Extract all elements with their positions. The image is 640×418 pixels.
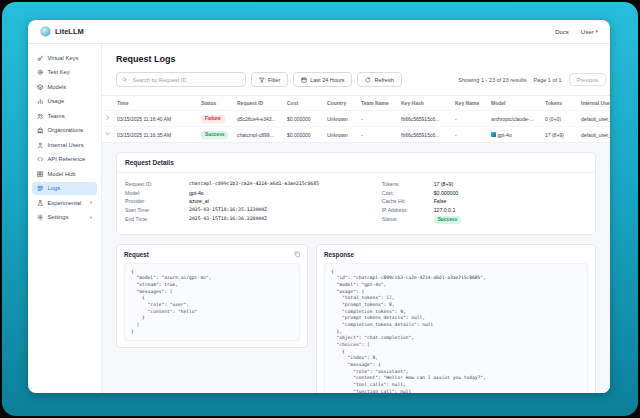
- main-content: Request Logs Filter Last 24 Hours: [102, 44, 610, 393]
- expanded-row-detail: Request Details Request ID:chatcmpl-c899…: [102, 142, 610, 393]
- sidebar-item-teams[interactable]: Teams: [32, 109, 97, 123]
- logs-icon: [37, 185, 44, 192]
- sidebar-item-model-hub[interactable]: Model Hub: [32, 167, 97, 181]
- test-key-icon: [37, 69, 44, 76]
- status-badge: Failure: [201, 115, 225, 123]
- grid-icon: [37, 171, 44, 178]
- azure-provider-icon: [491, 132, 496, 137]
- previous-page-button[interactable]: Previous: [569, 73, 606, 86]
- key-icon: [37, 55, 44, 62]
- gear-icon: [37, 214, 44, 221]
- brand-name: LiteLLM: [55, 27, 84, 36]
- detail-cost: $0.000000: [434, 190, 459, 196]
- col-header-cost: Cost: [284, 96, 324, 111]
- detail-ip-address: 127.0.0.1: [434, 207, 456, 213]
- col-header-key-name: Key Name: [452, 96, 488, 111]
- docs-link[interactable]: Docs: [555, 29, 569, 35]
- response-panel-title: Response: [324, 251, 354, 258]
- cube-icon: [37, 84, 44, 91]
- chevron-down-icon: ▾: [90, 215, 92, 220]
- request-json: { "model": "azure_ai/gpt-4o", "stream": …: [124, 263, 300, 342]
- detail-request-id: chatcmpl-c899c1b3-ca2e-4214-a6d1-a3ae215…: [189, 181, 319, 187]
- litellm-logo-icon: [40, 26, 51, 37]
- detail-end-time: 2025-03-15T18:16:36.228000Z: [189, 216, 267, 222]
- teams-icon: [37, 113, 44, 120]
- detail-cache-hit: False: [434, 198, 447, 204]
- sidebar-item-internal-users[interactable]: Internal Users: [32, 138, 97, 152]
- calendar-icon: [301, 77, 307, 83]
- search-input[interactable]: [131, 76, 240, 84]
- col-header-team-name: Team Name: [358, 96, 398, 111]
- user-menu[interactable]: User ▾: [581, 29, 598, 35]
- sidebar-item-models[interactable]: Models: [32, 80, 97, 94]
- col-header-country: Country: [324, 96, 358, 111]
- copy-icon[interactable]: [294, 251, 301, 258]
- app-window: LiteLLM Docs User ▾ Virtual Keys Test K: [28, 20, 610, 393]
- time-range-button[interactable]: Last 24 Hours: [293, 72, 352, 87]
- request-details-card: Request Details Request ID:chatcmpl-c899…: [116, 152, 596, 235]
- sidebar-item-logs[interactable]: Logs: [32, 182, 97, 196]
- col-header-model: Model: [488, 96, 542, 111]
- col-header-request-id: Request ID: [234, 96, 284, 111]
- status-badge: Success: [201, 131, 228, 139]
- col-header-internal-user: Internal User: [578, 96, 610, 111]
- building-icon: [37, 127, 44, 134]
- top-navbar: LiteLLM Docs User ▾: [28, 20, 610, 44]
- results-count: Showing 1 - 23 of 23 results: [458, 77, 526, 83]
- toolbar: Filter Last 24 Hours Refresh Showing 1 -…: [102, 72, 610, 95]
- chevron-right-icon: [105, 115, 111, 121]
- sidebar-item-settings[interactable]: Settings ▾: [32, 211, 97, 225]
- chevron-down-icon: [105, 131, 111, 137]
- detail-tokens: 17 (8+9): [434, 181, 453, 187]
- sidebar-item-experimental[interactable]: Experimental ▾: [32, 196, 97, 210]
- request-panel: Request { "model": "azure_ai/gpt-4o", "s…: [116, 244, 308, 349]
- code-icon: [37, 156, 44, 163]
- col-header-time: Time: [114, 96, 198, 111]
- table-header-row: Time Status Request ID Cost Country Team…: [102, 96, 610, 111]
- filter-button[interactable]: Filter: [251, 72, 288, 87]
- brand: LiteLLM: [40, 26, 84, 37]
- col-header-tokens: Tokens: [542, 96, 578, 111]
- detail-start-time: 2025-03-15T18:16:35.123000Z: [189, 207, 267, 213]
- table-row[interactable]: 03/15/2025 11:16:35 AM Success chatcmpl-…: [102, 127, 610, 143]
- sidebar: Virtual Keys Test Key Models Usage Teams: [28, 44, 102, 393]
- detail-model: gpt-4o: [189, 190, 204, 196]
- table-row[interactable]: 03/15/2025 11:16:40 AM Failure d5c26ce4-…: [102, 111, 610, 127]
- row-expander[interactable]: [102, 111, 114, 127]
- sidebar-item-usage[interactable]: Usage: [32, 95, 97, 109]
- bar-chart-icon: [37, 98, 44, 105]
- page-title: Request Logs: [116, 54, 610, 64]
- search-icon: [122, 77, 128, 83]
- detail-provider: azure_ai: [189, 198, 209, 204]
- refresh-button[interactable]: Refresh: [357, 72, 401, 87]
- request-details-title: Request Details: [117, 153, 595, 173]
- sidebar-item-api-reference[interactable]: API Reference: [32, 153, 97, 167]
- page-indicator: Page 1 of 1: [533, 77, 561, 83]
- chevron-down-icon: ▾: [90, 200, 92, 205]
- response-panel: Response { "id": "chatcmpl-c899c1b3-ca2e…: [316, 244, 596, 393]
- logs-table: Time Status Request ID Cost Country Team…: [102, 95, 610, 142]
- user-icon: [37, 142, 44, 149]
- col-header-key-hash: Key Hash: [398, 96, 452, 111]
- row-expander[interactable]: [102, 127, 114, 143]
- chevron-down-icon: ▾: [595, 29, 598, 34]
- desktop-background-frame: LiteLLM Docs User ▾ Virtual Keys Test K: [2, 2, 638, 416]
- flask-icon: [37, 200, 44, 207]
- request-panel-title: Request: [124, 251, 149, 258]
- detail-status-badge: Success: [434, 216, 461, 224]
- sidebar-item-test-key[interactable]: Test Key: [32, 66, 97, 80]
- response-json: { "id": "chatcmpl-c899c1b3-ca2e-4214-a6d…: [324, 263, 588, 393]
- refresh-icon: [365, 77, 371, 83]
- sidebar-item-virtual-keys[interactable]: Virtual Keys: [32, 51, 97, 65]
- col-header-status: Status: [198, 96, 234, 111]
- filter-funnel-icon: [259, 77, 265, 83]
- user-menu-label: User: [581, 29, 594, 35]
- sidebar-item-organizations[interactable]: Organizations: [32, 124, 97, 138]
- search-input-wrap[interactable]: [116, 72, 246, 87]
